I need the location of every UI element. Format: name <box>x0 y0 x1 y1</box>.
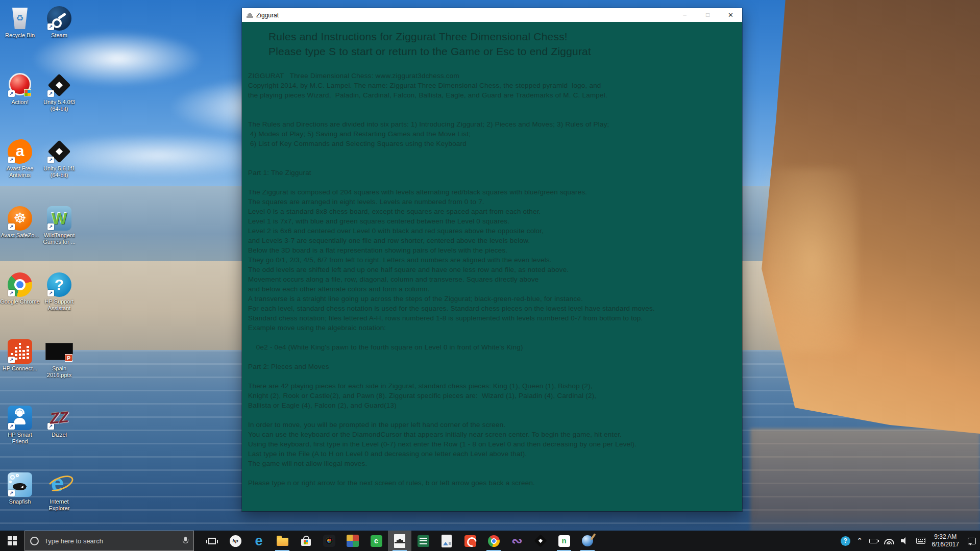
desktop-icon-unity-540[interactable]: Unity 5.4.0f3 (64-bit) <box>39 73 79 112</box>
picture-page-icon <box>442 535 452 547</box>
taskbar-green-n-app-button[interactable]: n <box>552 531 576 551</box>
taskbar-photos-app-button[interactable] <box>341 531 364 551</box>
desktop-icon-hp-support[interactable]: HP Support Assistant <box>39 272 79 312</box>
red-swirl-icon <box>464 535 476 547</box>
desktop-icon-snapfish[interactable]: Snapfish <box>0 472 40 505</box>
edge-icon: e <box>255 534 262 548</box>
chevron-up-icon[interactable]: ⌃ <box>857 537 863 544</box>
icon-label: Action! <box>0 99 40 106</box>
desktop-icon-dizzel[interactable]: Dizzel <box>39 406 79 438</box>
desktop-icon-hp-smart-friend[interactable]: HP Smart Friend <box>0 406 40 445</box>
icon-label: Steam <box>39 32 79 39</box>
shortcut-arrow-icon <box>47 90 54 97</box>
taskbar-apps: hp e c ∾ n <box>200 531 599 551</box>
shortcut-arrow-icon <box>47 290 54 296</box>
shortcut-arrow-icon <box>8 90 15 97</box>
desktop-icon-chrome[interactable]: Google Chrome <box>0 272 40 305</box>
desktop-icon-action[interactable]: Action! <box>0 73 40 106</box>
icon-label: Recycle Bin <box>0 32 40 39</box>
visual-studio-infinity-icon: ∾ <box>511 535 523 547</box>
taskbar-green-sheets-app-button[interactable] <box>411 531 435 551</box>
taskbar-chrome-button[interactable] <box>482 531 505 551</box>
taskbar-hp-button[interactable]: hp <box>224 531 247 551</box>
shortcut-arrow-icon <box>8 357 15 363</box>
taskbar-ziggurat-button[interactable] <box>388 531 411 551</box>
windows-logo-icon <box>8 536 17 545</box>
taskbar-clock[interactable]: 9:32 AM 6/16/2017 <box>932 533 959 548</box>
desktop-icon-hp-connect[interactable]: HP Connect... <box>0 339 40 372</box>
store-bag-icon <box>301 539 311 546</box>
rules-heading-line1: Rules and Instructions for Ziggurat Thre… <box>268 29 742 44</box>
icon-label: HP Smart Friend <box>0 432 40 445</box>
taskbar-unity-button[interactable] <box>529 531 552 551</box>
shortcut-arrow-icon <box>47 423 54 430</box>
taskbar-green-c-app-button[interactable]: c <box>364 531 388 551</box>
steam-icon <box>47 6 71 31</box>
fish-icon <box>8 472 32 497</box>
desktop-icon-avast-free[interactable]: Avast Free Antivirus <box>0 139 40 179</box>
folder-icon <box>277 538 288 546</box>
taskbar-store-button[interactable] <box>294 531 317 551</box>
window-title: Ziggurat <box>256 12 673 19</box>
cortana-circle-icon <box>30 537 39 545</box>
shortcut-arrow-icon <box>8 290 15 296</box>
taskbar-edge-button[interactable]: e <box>247 531 271 551</box>
wifi-icon[interactable] <box>884 538 894 544</box>
time: 9:32 AM <box>932 533 959 541</box>
icon-label: Spain 2016.pptx <box>39 365 79 379</box>
desktop-icon-avast-safezone[interactable]: Avast SafeZo... <box>0 206 40 239</box>
action-center-icon[interactable] <box>968 538 976 544</box>
ziggurat-pyramid-icon <box>394 534 405 548</box>
safezone-wheel-icon <box>8 206 32 231</box>
close-button[interactable]: ✕ <box>719 8 742 22</box>
minimize-button[interactable]: – <box>673 8 696 22</box>
hp-support-tray-icon[interactable]: ? <box>841 536 850 546</box>
taskbar-task-view-button[interactable] <box>200 531 224 551</box>
microphone-icon[interactable] <box>182 537 188 545</box>
system-tray: ? ⌃ 9:32 AM 6/16/2017 <box>841 531 980 551</box>
titlebar[interactable]: Ziggurat – □ ✕ <box>242 8 742 22</box>
taskbar-visual-studio-button[interactable]: ∾ <box>505 531 529 551</box>
icon-label: Unity 5.4.0f3 (64-bit) <box>39 99 79 112</box>
shortcut-arrow-icon <box>8 423 15 430</box>
shortcut-arrow-icon <box>8 490 15 496</box>
shortcut-arrow-icon <box>47 223 54 230</box>
desktop-icon-wildtangent[interactable]: WildTangent Games for ... <box>39 206 79 245</box>
taskbar-red-media-app-button[interactable] <box>458 531 482 551</box>
icon-label: Avast Free Antivirus <box>0 165 40 179</box>
taskbar-paint-app-button[interactable] <box>576 531 599 551</box>
desktop-icon-internet-explorer[interactable]: Internet Explorer <box>39 472 79 512</box>
taskbar-search[interactable] <box>24 531 194 551</box>
icon-label: WildTangent Games for ... <box>39 232 79 245</box>
unity-icon <box>47 139 71 164</box>
desktop-icon-recycle-bin[interactable]: Recycle Bin <box>0 6 40 39</box>
maximize-button[interactable]: □ <box>696 8 719 22</box>
desktop-icon-steam[interactable]: Steam <box>39 6 79 39</box>
start-button[interactable] <box>0 531 24 551</box>
icon-label: HP Connect... <box>0 365 40 372</box>
taskbar-file-explorer-button[interactable] <box>271 531 294 551</box>
powerpoint-file-icon: P <box>47 339 71 364</box>
wildtangent-icon <box>47 206 71 231</box>
desktop-icon-spain-pptx[interactable]: P Spain 2016.pptx <box>39 339 79 379</box>
desktop-icon-unity-561[interactable]: Unity 5.6.1f1 (64-bit) <box>39 139 79 179</box>
headset-person-icon <box>8 406 32 430</box>
dizzel-zigzag-icon <box>47 406 71 430</box>
taskbar: hp e c ∾ n ? ⌃ 9:32 AM 6/1 <box>0 531 980 551</box>
ziggurat-window: Ziggurat – □ ✕ Rules and Instructions fo… <box>242 8 742 511</box>
ziggurat-pyramid-icon <box>246 12 254 19</box>
icon-label: Unity 5.6.1f1 (64-bit) <box>39 165 79 179</box>
taskbar-image-viewer-button[interactable] <box>435 531 458 551</box>
volume-icon[interactable] <box>901 537 910 544</box>
icon-label: Avast SafeZo... <box>0 232 40 239</box>
battery-icon[interactable] <box>869 539 877 543</box>
rules-screen: Rules and Instructions for Ziggurat Thre… <box>242 29 742 518</box>
taskbar-camera-app-button[interactable] <box>317 531 341 551</box>
unity-icon <box>47 73 71 97</box>
touch-keyboard-icon[interactable] <box>916 538 925 544</box>
icon-label: Dizzel <box>39 432 79 438</box>
shortcut-arrow-icon <box>8 223 15 230</box>
question-mark-icon <box>47 272 71 297</box>
search-input[interactable] <box>43 537 178 545</box>
internet-explorer-icon <box>47 472 71 497</box>
